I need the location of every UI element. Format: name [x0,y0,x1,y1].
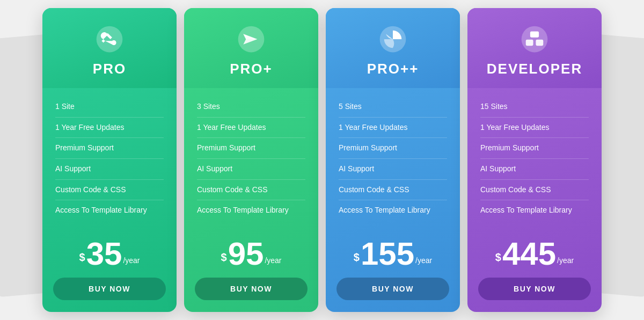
svg-rect-6 [526,40,533,46]
feature-item: Premium Support [480,138,589,159]
feature-item: Custom Code & CSS [197,180,305,201]
feature-item: Premium Support [197,138,305,159]
feature-item: 1 Year Free Updates [480,118,589,139]
pricing-card-developer: DEVELOPER 15 Sites 1 Year Free UpdatesPr… [467,8,602,312]
feature-item: Access To Template Library [339,200,447,221]
card-title-proplus: PRO+ [230,61,273,77]
feature-item: Custom Code & CSS [480,180,589,201]
price-symbol: $ [354,251,360,264]
card-price-pro: $ 35 /year [42,229,177,278]
feature-item: Access To Template Library [55,200,164,221]
sites-feature: 1 Site [55,97,164,118]
card-header-proplus: PRO+ [184,8,318,88]
card-price-proplus: $ 95 /year [184,229,318,278]
feature-item: Premium Support [55,138,164,159]
feature-item: Premium Support [339,138,447,159]
buy-now-button-pro[interactable]: BUY NOW [53,278,166,300]
card-header-developer: DEVELOPER [467,8,602,88]
card-header-pro: PRO [42,8,177,88]
card-features-proplusplus: 5 Sites 1 Year Free UpdatesPremium Suppo… [326,88,460,229]
price-amount: 35 [86,238,122,270]
card-header-proplusplus: PRO++ [326,8,460,88]
card-features-proplus: 3 Sites 1 Year Free UpdatesPremium Suppo… [184,88,318,229]
card-title-developer: DEVELOPER [487,61,582,77]
card-price-proplusplus: $ 155 /year [326,229,460,278]
price-symbol: $ [495,251,501,264]
price-amount: 95 [228,238,264,270]
feature-item: Access To Template Library [197,200,305,221]
feature-item: AI Support [480,159,589,180]
price-symbol: $ [221,251,227,264]
svg-point-0 [97,26,123,53]
card-features-pro: 1 Site 1 Year Free UpdatesPremium Suppor… [42,88,177,229]
feature-item: AI Support [197,159,305,180]
pricing-card-proplus: PRO+ 3 Sites 1 Year Free UpdatesPremium … [184,8,318,312]
price-amount: 155 [361,238,414,270]
svg-rect-5 [530,32,539,38]
price-period: /year [557,256,574,265]
card-button-wrap-developer: BUY NOW [467,278,602,312]
card-button-wrap-pro: BUY NOW [42,278,177,312]
svg-point-1 [113,41,116,44]
sites-feature: 15 Sites [480,97,589,118]
price-period: /year [123,256,140,265]
price-period: /year [415,256,432,265]
feature-item: 1 Year Free Updates [339,118,447,139]
tools-icon [93,23,126,55]
card-price-developer: $ 445 /year [467,229,602,278]
svg-rect-7 [536,40,543,46]
card-button-wrap-proplus: BUY NOW [184,278,318,312]
price-amount: 445 [502,238,556,270]
pricing-card-proplusplus: PRO++ 5 Sites 1 Year Free UpdatesPremium… [326,8,460,312]
blocks-icon [518,23,551,55]
buy-now-button-developer[interactable]: BUY NOW [478,278,591,300]
price-symbol: $ [79,251,85,264]
card-title-proplusplus: PRO++ [367,61,419,77]
pricing-card-pro: PRO 1 Site 1 Year Free UpdatesPremium Su… [42,8,177,312]
sites-feature: 5 Sites [339,97,447,118]
buy-now-button-proplus[interactable]: BUY NOW [195,278,308,300]
send-icon [235,23,267,55]
card-button-wrap-proplusplus: BUY NOW [326,278,460,312]
feature-item: Custom Code & CSS [339,180,447,201]
card-title-pro: PRO [93,61,126,77]
svg-point-4 [522,26,548,53]
price-period: /year [265,256,281,265]
feature-item: Custom Code & CSS [55,180,164,201]
feature-item: 1 Year Free Updates [55,118,164,139]
sites-feature: 3 Sites [197,97,305,118]
feature-item: AI Support [339,159,447,180]
pricing-container: PRO 1 Site 1 Year Free UpdatesPremium Su… [26,0,618,320]
chart-icon [377,23,409,55]
feature-item: Access To Template Library [480,200,589,221]
card-features-developer: 15 Sites 1 Year Free UpdatesPremium Supp… [467,88,602,229]
feature-item: 1 Year Free Updates [197,118,305,139]
feature-item: AI Support [55,159,164,180]
buy-now-button-proplusplus[interactable]: BUY NOW [336,278,449,300]
